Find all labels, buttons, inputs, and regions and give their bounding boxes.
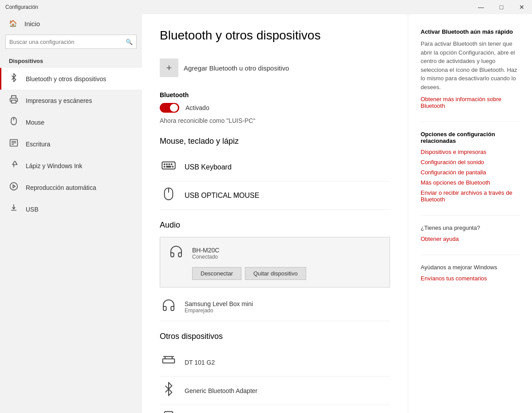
pc-name-text: Ahora reconicible como "LUIS-PC" (160, 117, 390, 124)
sidebar-item-usb[interactable]: USB (0, 198, 142, 220)
related-title: Opciones de configuración relacionadas (421, 131, 520, 144)
maximize-button[interactable]: □ (491, 0, 512, 14)
usb-icon (9, 204, 19, 215)
autoplay-icon (9, 182, 19, 193)
bluetooth-adapter-icon (160, 382, 177, 399)
sidebar-search-container[interactable]: 🔍 (5, 35, 137, 49)
sidebar: 🏠 Inicio 🔍 Dispositivos Bluetooth y otro… (0, 14, 142, 413)
svg-rect-0 (12, 100, 16, 103)
sidebar-writing-label: Escritura (26, 141, 50, 148)
sidebar-bluetooth-label: Bluetooth y otros dispositivos (26, 75, 106, 83)
svg-point-8 (10, 183, 18, 190)
related-link-4[interactable]: Enviar o recibir archivos a través de Bl… (421, 189, 520, 203)
mouse-nav-icon (9, 117, 19, 128)
pen-icon (9, 160, 19, 171)
related-link-0[interactable]: Dispositivos e impresoras (421, 149, 520, 155)
bluetooth-section-label: Bluetooth (160, 91, 390, 98)
audio-device-name-0: BH-M20C (192, 247, 219, 254)
sidebar-item-mouse[interactable]: Mouse (0, 111, 142, 133)
other-device-name-1: Generic Bluetooth Adapter (185, 387, 257, 394)
app-title: Configuración (5, 4, 38, 10)
question-title: ¿Tienes una pregunta? (421, 224, 520, 231)
panel-divider-1 (421, 122, 520, 122)
page-title: Bluetooth y otros dispositivos (160, 28, 390, 43)
writing-icon (9, 138, 19, 149)
keyboard-icon (160, 158, 177, 176)
sidebar-pen-label: Lápiz y Windows Ink (26, 162, 83, 169)
bluetooth-info-link[interactable]: Obtener más información sobre Bluetooth (421, 96, 520, 109)
mouse-device-name: USB OPTICAL MOUSE (185, 192, 259, 200)
add-device-label: Agregar Bluetooth u otro dispositivo (184, 64, 289, 72)
related-link-1[interactable]: Configuración del sonido (421, 159, 520, 165)
sidebar-item-home[interactable]: 🏠 Inicio (0, 14, 142, 33)
related-link-3[interactable]: Más opciones de Bluetooth (421, 179, 520, 186)
printer-icon (9, 95, 19, 106)
headphone-icon-0 (167, 244, 185, 262)
svg-rect-20 (163, 359, 175, 363)
svg-rect-10 (162, 162, 175, 169)
panel-divider-2 (421, 215, 520, 216)
audio-device-actions-0: Desconectar Quitar dispositivo (160, 267, 390, 287)
activate-section: Activar Bluetooth aún más rápido Para ac… (421, 28, 520, 109)
sidebar-printers-label: Impresoras y escáneres (26, 97, 92, 104)
sidebar-item-writing[interactable]: Escritura (0, 133, 142, 155)
audio-device-status-1: Emparejado (185, 307, 253, 314)
right-panel: Activar Bluetooth aún más rápido Para ac… (408, 14, 532, 413)
related-link-2[interactable]: Configuración de pantalla (421, 169, 520, 176)
improve-title: Ayúdanos a mejorar Windows (421, 264, 520, 271)
main-content: Bluetooth y otros dispositivos + Agregar… (142, 14, 408, 413)
sidebar-section-title: Dispositivos (0, 54, 142, 68)
svg-marker-9 (13, 185, 15, 188)
sidebar-item-autoplay[interactable]: Reproducción automática (0, 177, 142, 198)
other-device-item-0: DT 101 G2 (160, 348, 390, 377)
audio-device-info-1: Samsung Level Box mini Emparejado (185, 300, 253, 314)
mouse-device-icon (160, 187, 177, 204)
sidebar-item-printers[interactable]: Impresoras y escáneres (0, 90, 142, 111)
other-device-item-2: LG K8 (2017) El controlador no está disp… (160, 405, 390, 413)
mouse-device-item: USB OPTICAL MOUSE (160, 181, 390, 210)
bluetooth-nav-icon (9, 73, 19, 84)
feedback-link[interactable]: Envíanos tus comentarios (421, 275, 520, 282)
home-icon: 🏠 (9, 20, 17, 28)
mouse-keyboard-section-title: Mouse, teclado y lápiz (160, 137, 390, 146)
activate-text: Para activar Bluetooth sin tener que abr… (421, 39, 520, 91)
other-devices-section-title: Otros dispositivos (160, 332, 390, 341)
disconnect-button[interactable]: Desconectar (192, 267, 241, 280)
sidebar-item-pen[interactable]: Lápiz y Windows Ink (0, 155, 142, 177)
titlebar: Configuración — □ ✕ (0, 0, 532, 14)
search-icon: 🔍 (122, 39, 136, 45)
add-device-icon: + (160, 59, 178, 77)
sidebar-autoplay-label: Reproducción automática (26, 184, 96, 191)
toggle-status-text: Activado (185, 104, 209, 111)
bluetooth-toggle-row: Activado (160, 103, 390, 113)
other-device-item-1: Generic Bluetooth Adapter (160, 377, 390, 405)
panel-divider-3 (421, 255, 520, 255)
other-device-name-0: DT 101 G2 (185, 359, 215, 366)
headphone-icon-1 (160, 298, 177, 315)
sidebar-mouse-label: Mouse (26, 119, 44, 126)
search-input[interactable] (6, 39, 122, 45)
audio-device-card-inner-0: BH-M20C Conectado (160, 237, 390, 267)
usb-drive-icon (160, 354, 177, 371)
related-section: Opciones de configuración relacionadas D… (421, 131, 520, 203)
minimize-button[interactable]: — (471, 0, 491, 14)
bluetooth-toggle[interactable] (160, 103, 179, 113)
question-section: ¿Tienes una pregunta? Obtener ayuda (421, 224, 520, 242)
keyboard-device-item: USB Keyboard (160, 153, 390, 181)
toggle-knob (170, 104, 178, 112)
phone-icon (160, 410, 177, 413)
audio-device-item-1: Samsung Level Box mini Emparejado (160, 293, 390, 321)
improve-section: Ayúdanos a mejorar Windows Envíanos tus … (421, 264, 520, 282)
sidebar-item-bluetooth[interactable]: Bluetooth y otros dispositivos (0, 68, 142, 90)
audio-section-title: Audio (160, 220, 390, 230)
audio-device-name-1: Samsung Level Box mini (185, 300, 253, 307)
audio-device-info-0: BH-M20C Conectado (192, 247, 219, 260)
close-button[interactable]: ✕ (512, 0, 532, 14)
help-link[interactable]: Obtener ayuda (421, 236, 520, 242)
audio-device-status-0: Conectado (192, 254, 219, 260)
sidebar-usb-label: USB (26, 206, 39, 213)
activate-title: Activar Bluetooth aún más rápido (421, 28, 520, 35)
app-container: 🏠 Inicio 🔍 Dispositivos Bluetooth y otro… (0, 14, 532, 413)
remove-device-button[interactable]: Quitar dispositivo (245, 267, 306, 280)
add-device-button[interactable]: + Agregar Bluetooth u otro dispositivo (160, 55, 390, 81)
